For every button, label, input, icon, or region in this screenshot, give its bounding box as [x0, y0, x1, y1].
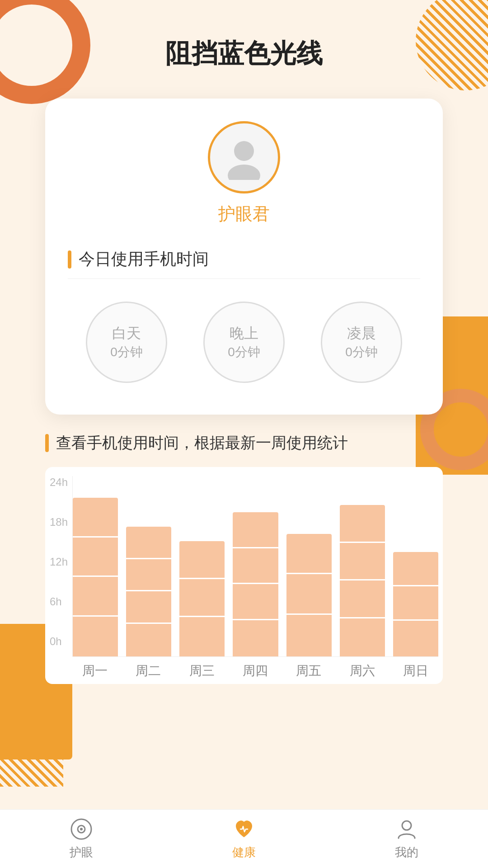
daytime-circle: 白天 0分钟 [86, 302, 167, 383]
x-label-sat: 周六 [339, 662, 385, 679]
time-circles-container: 白天 0分钟 晚上 0分钟 凌晨 0分钟 [68, 292, 420, 387]
stats-header: 查看手机使用时间，根据最新一周使用统计 [45, 433, 443, 453]
stats-bar-indicator [45, 434, 49, 452]
svg-point-4 [80, 828, 83, 830]
x-label-fri: 周五 [286, 662, 331, 679]
section-bar-indicator [68, 250, 71, 269]
midnight-value: 0分钟 [345, 344, 378, 361]
bar-tue [126, 476, 171, 656]
y-label-0h: 0h [50, 635, 68, 648]
bar-sun [393, 476, 438, 656]
bar-sat [340, 476, 385, 656]
evening-circle: 晚上 0分钟 [203, 302, 285, 383]
avatar-section: 护眼君 [68, 121, 420, 226]
evening-value: 0分钟 [228, 344, 260, 361]
bar-thu [233, 476, 278, 656]
avatar[interactable] [208, 121, 280, 193]
eye-protection-icon [70, 817, 93, 841]
chart-bars-area [72, 476, 438, 657]
nav-label-mine: 我的 [395, 844, 418, 860]
stats-section: 查看手机使用时间，根据最新一周使用统计 24h 18h 12h 6h 0h [45, 433, 443, 684]
midnight-circle: 凌晨 0分钟 [321, 302, 402, 383]
nav-item-mine[interactable]: 我的 [395, 817, 418, 860]
bar-fri [286, 476, 332, 656]
bar-chart: 24h 18h 12h 6h 0h [45, 467, 443, 684]
svg-point-1 [228, 165, 260, 180]
health-icon [232, 817, 256, 841]
nav-label-eye: 护眼 [70, 844, 93, 860]
avatar-name: 护眼君 [218, 203, 270, 226]
mine-icon [395, 817, 418, 841]
y-label-24h: 24h [50, 476, 68, 489]
x-label-wed: 周三 [179, 662, 225, 679]
usage-section-header: 今日使用手机时间 [68, 248, 420, 279]
bottom-nav: 护眼 健康 我的 [0, 809, 488, 868]
evening-label: 晚上 [230, 324, 258, 344]
main-card: 护眼君 今日使用手机时间 白天 0分钟 晚上 0分钟 凌晨 0分钟 [45, 99, 443, 415]
avatar-person-icon [221, 135, 267, 180]
nav-item-health[interactable]: 健康 [232, 817, 256, 860]
y-label-18h: 18h [50, 516, 68, 528]
chart-y-labels: 24h 18h 12h 6h 0h [50, 476, 68, 648]
x-label-thu: 周四 [233, 662, 278, 679]
bar-mon [73, 476, 118, 656]
stats-section-title: 查看手机使用时间，根据最新一周使用统计 [56, 433, 348, 453]
bar-wed [179, 476, 225, 656]
chart-x-labels: 周一 周二 周三 周四 周五 周六 周日 [72, 662, 438, 679]
midnight-label: 凌晨 [347, 324, 376, 344]
nav-item-eye[interactable]: 护眼 [70, 817, 93, 860]
x-label-mon: 周一 [72, 662, 117, 679]
x-label-sun: 周日 [393, 662, 438, 679]
svg-point-5 [402, 821, 411, 830]
svg-point-0 [234, 141, 254, 161]
daytime-value: 0分钟 [110, 344, 143, 361]
page-title: 阻挡蓝色光线 [0, 0, 488, 99]
daytime-label: 白天 [112, 324, 141, 344]
nav-label-health: 健康 [232, 844, 256, 860]
y-label-6h: 6h [50, 595, 68, 608]
y-label-12h: 12h [50, 556, 68, 568]
deco-stripe-bottomleft [0, 714, 63, 787]
x-label-tue: 周二 [126, 662, 171, 679]
usage-section-title: 今日使用手机时间 [79, 248, 209, 270]
